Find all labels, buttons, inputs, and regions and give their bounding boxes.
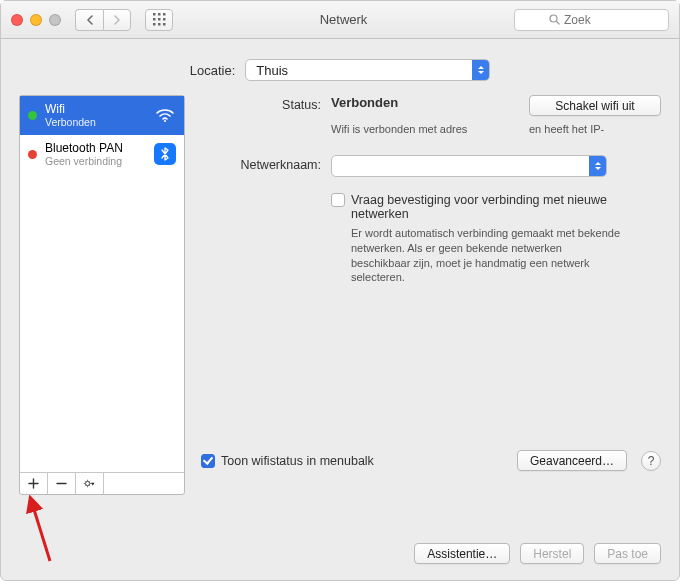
search-input[interactable] [564, 13, 634, 27]
svg-rect-7 [158, 23, 161, 26]
network-prefs-window: Netwerk Locatie: Thuis Wifi Verbonden [0, 0, 680, 581]
zoom-window-button [49, 14, 61, 26]
service-item-bluetooth-pan[interactable]: Bluetooth PAN Geen verbinding [20, 135, 184, 174]
assist-button[interactable]: Assistentie… [414, 543, 510, 564]
network-name-popup[interactable] [331, 155, 607, 177]
svg-line-17 [85, 481, 86, 482]
svg-rect-3 [153, 18, 156, 21]
service-status: Geen verbinding [45, 155, 146, 168]
detail-panel: Status: Verbonden Schakel wifi uit Wifi … [201, 95, 661, 495]
search-icon [549, 14, 560, 25]
location-row: Locatie: Thuis [1, 39, 679, 95]
window-controls [11, 14, 61, 26]
question-icon: ? [648, 454, 655, 468]
main-area: Wifi Verbonden Bluetooth PAN Geen verbin… [1, 95, 679, 509]
service-actions-button[interactable] [76, 473, 104, 494]
apply-button[interactable]: Pas toe [594, 543, 661, 564]
status-hint-left: Wifi is verbonden met adres [331, 122, 509, 137]
services-sidebar: Wifi Verbonden Bluetooth PAN Geen verbin… [19, 95, 185, 495]
service-status: Verbonden [45, 116, 146, 129]
add-service-button[interactable] [20, 473, 48, 494]
svg-line-21 [32, 503, 50, 561]
services-list: Wifi Verbonden Bluetooth PAN Geen verbin… [20, 96, 184, 472]
location-label: Locatie: [190, 63, 236, 78]
window-footer-buttons: Assistentie… Herstel Pas toe [414, 543, 661, 564]
svg-line-10 [556, 21, 559, 24]
bluetooth-icon [154, 143, 176, 165]
show-wifi-menubar-checkbox[interactable] [201, 454, 215, 468]
help-button[interactable]: ? [641, 451, 661, 471]
ask-to-join-checkbox[interactable] [331, 193, 345, 207]
advanced-button[interactable]: Geavanceerd… [517, 450, 627, 471]
status-dot-icon [28, 111, 37, 120]
status-value: Verbonden [331, 95, 509, 110]
remove-service-button[interactable] [48, 473, 76, 494]
svg-line-18 [90, 485, 91, 486]
status-hint-right: en heeft het IP- [529, 122, 661, 137]
svg-rect-5 [163, 18, 166, 21]
ask-to-join-label: Vraag bevestiging voor verbinding met ni… [351, 193, 661, 221]
sidebar-footer [20, 472, 184, 494]
minus-icon [56, 478, 67, 489]
wifi-toggle-button[interactable]: Schakel wifi uit [529, 95, 661, 116]
search-field[interactable] [514, 9, 669, 31]
revert-button[interactable]: Herstel [520, 543, 584, 564]
updown-arrows-icon [472, 60, 489, 80]
svg-rect-1 [158, 13, 161, 16]
service-item-wifi[interactable]: Wifi Verbonden [20, 96, 184, 135]
forward-button[interactable] [103, 9, 131, 31]
svg-point-12 [85, 481, 89, 485]
status-label: Status: [201, 95, 321, 116]
grid-icon [153, 13, 166, 26]
plus-icon [28, 478, 39, 489]
ask-to-join-hint: Er wordt automatisch verbinding gemaakt … [331, 226, 621, 285]
network-name-label: Netwerknaam: [201, 155, 321, 177]
service-name: Bluetooth PAN [45, 141, 146, 155]
svg-line-19 [85, 485, 86, 486]
location-popup[interactable]: Thuis [245, 59, 490, 81]
svg-rect-2 [163, 13, 166, 16]
close-window-button[interactable] [11, 14, 23, 26]
wifi-icon [154, 104, 176, 126]
service-name: Wifi [45, 102, 146, 116]
nav-buttons [75, 9, 131, 31]
chevron-right-icon [113, 15, 121, 25]
window-title: Netwerk [181, 12, 506, 27]
location-value: Thuis [256, 63, 288, 78]
svg-rect-0 [153, 13, 156, 16]
status-dot-icon [28, 150, 37, 159]
minimize-window-button[interactable] [30, 14, 42, 26]
svg-point-11 [164, 120, 166, 122]
titlebar: Netwerk [1, 1, 679, 39]
updown-arrows-icon [589, 156, 606, 176]
svg-rect-6 [153, 23, 156, 26]
gear-dropdown-icon [83, 477, 96, 490]
svg-line-20 [90, 481, 91, 482]
chevron-left-icon [86, 15, 94, 25]
show-all-button[interactable] [145, 9, 173, 31]
svg-rect-8 [163, 23, 166, 26]
back-button[interactable] [75, 9, 103, 31]
svg-rect-4 [158, 18, 161, 21]
show-wifi-menubar-label: Toon wifistatus in menubalk [221, 454, 374, 468]
